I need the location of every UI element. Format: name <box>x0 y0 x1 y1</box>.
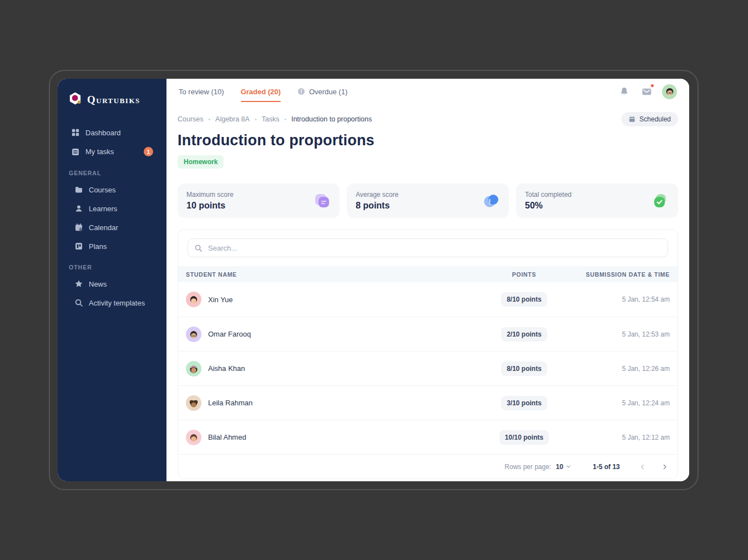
mail-icon <box>641 86 652 97</box>
column-submission-date: Submission date & time <box>573 271 670 278</box>
stat-card-average-score: Average score 8 points <box>347 184 509 218</box>
sidebar-item-calendar[interactable]: Calendar <box>68 218 156 236</box>
table-row[interactable]: Aisha Khan 8/10 points 5 Jan, 12:26 am <box>178 351 678 385</box>
student-avatar <box>186 430 201 445</box>
search-icon <box>74 298 83 307</box>
sidebar-item-label: Learners <box>89 205 117 213</box>
previous-page-button[interactable] <box>639 463 646 471</box>
topbar: To review (10) Graded (20) Overdue (1) <box>166 79 689 104</box>
table-row[interactable]: Bilal Ahmed 10/10 points 5 Jan, 12:12 am <box>178 420 678 454</box>
breadcrumb: Courses • Algebra 8A • Tasks • Introduct… <box>178 115 372 123</box>
rows-per-page-select[interactable]: 10 <box>555 463 572 471</box>
my-tasks-badge: 1 <box>144 147 153 156</box>
search-bar <box>178 230 678 266</box>
rows-per-page-value: 10 <box>555 463 563 471</box>
sidebar-item-my-tasks[interactable]: My tasks 1 <box>68 142 156 161</box>
breadcrumb-row: Courses • Algebra 8A • Tasks • Introduct… <box>178 112 678 126</box>
column-student-name: Student name <box>186 271 476 278</box>
sidebar-item-news[interactable]: News <box>68 275 156 293</box>
tab-to-review[interactable]: To review (10) <box>179 79 224 104</box>
breadcrumb-separator: • <box>284 116 286 123</box>
homework-tag: Homework <box>178 155 224 169</box>
stat-card-maximum-score: Maximum score 10 points <box>178 184 340 218</box>
tab-label: Overdue (1) <box>309 88 347 96</box>
table-row[interactable]: Xin Yue 8/10 points 5 Jan, 12:54 am <box>178 282 678 317</box>
calendar-icon <box>629 116 635 123</box>
sidebar-item-label: Courses <box>89 186 115 194</box>
table-header: Student name Points Submission date & ti… <box>178 266 678 282</box>
student-name: Bilal Ahmed <box>208 433 246 441</box>
sidebar-section-other: Other <box>69 264 156 271</box>
sidebar-item-activity-templates[interactable]: Activity templates <box>68 294 156 312</box>
pager <box>639 463 669 471</box>
student-avatar <box>186 395 201 411</box>
points-badge: 2/10 points <box>501 327 547 342</box>
search-input[interactable] <box>188 238 668 257</box>
chevron-down-icon <box>565 464 572 470</box>
submission-date: 5 Jan, 12:54 am <box>622 296 670 303</box>
main-area: To review (10) Graded (20) Overdue (1) <box>166 79 689 481</box>
sidebar-item-label: Dashboard <box>85 129 121 137</box>
sidebar-item-label: My tasks <box>85 147 114 156</box>
tab-label: To review (10) <box>179 88 224 96</box>
sidebar-section-general: General <box>69 170 156 176</box>
pagination-range: 1-5 of 13 <box>593 463 620 471</box>
sidebar-item-label: Plans <box>89 242 107 251</box>
points-badge: 3/10 points <box>501 396 547 410</box>
app-window: Qurtubiks Dashboard My tasks 1 General <box>58 79 689 481</box>
dashboard-icon <box>71 128 80 137</box>
check-badge-icon <box>651 192 669 210</box>
table-row[interactable]: Omar Farooq 2/10 points 5 Jan, 12:53 am <box>178 317 678 351</box>
folder-icon <box>74 185 83 194</box>
user-avatar[interactable] <box>662 84 677 99</box>
tab-label: Graded (20) <box>241 88 281 96</box>
notifications-button[interactable] <box>618 85 631 98</box>
stat-value: 8 points <box>356 201 398 211</box>
stat-value: 50% <box>525 201 572 211</box>
logo-icon <box>68 91 83 108</box>
stat-value: 10 points <box>186 201 234 211</box>
stat-label: Maximum score <box>186 191 234 198</box>
kanban-icon <box>74 242 83 251</box>
breadcrumb-separator: • <box>209 116 211 123</box>
breadcrumb-tasks[interactable]: Tasks <box>261 115 279 123</box>
column-points: Points <box>476 271 573 278</box>
document-icon <box>313 192 331 210</box>
submission-date: 5 Jan, 12:24 am <box>622 399 670 407</box>
info-circle-icon <box>482 192 500 210</box>
next-page-button[interactable] <box>661 463 669 471</box>
stats-row: Maximum score 10 points Average score <box>178 184 678 218</box>
logo[interactable]: Qurtubiks <box>68 91 156 108</box>
points-badge: 8/10 points <box>501 292 547 307</box>
student-name: Leila Rahman <box>208 399 252 407</box>
breadcrumb-current: Introduction to proportions <box>291 115 372 123</box>
sidebar-item-learners[interactable]: Learners <box>68 200 156 217</box>
page-content: Courses • Algebra 8A • Tasks • Introduct… <box>166 104 689 481</box>
stat-label: Average score <box>356 191 398 198</box>
messages-button[interactable] <box>640 85 653 98</box>
search-icon <box>194 244 203 252</box>
table-row[interactable]: Leila Rahman 3/10 points 5 Jan, 12:24 am <box>178 385 678 420</box>
sidebar-item-plans[interactable]: Plans <box>68 237 156 255</box>
tab-bar: To review (10) Graded (20) Overdue (1) <box>179 79 347 104</box>
sidebar-item-label: News <box>89 280 107 288</box>
stat-label: Total completed <box>525 191 572 198</box>
tab-overdue[interactable]: Overdue (1) <box>297 79 347 104</box>
submission-date: 5 Jan, 12:12 am <box>622 434 670 441</box>
bell-icon <box>619 86 629 96</box>
sidebar-item-dashboard[interactable]: Dashboard <box>68 124 156 141</box>
submission-date: 5 Jan, 12:53 am <box>622 330 670 338</box>
student-name: Xin Yue <box>208 296 233 304</box>
page-title: Introduction to proportions <box>178 132 678 149</box>
breadcrumb-separator: • <box>255 116 257 123</box>
tab-graded[interactable]: Graded (20) <box>241 79 281 104</box>
breadcrumb-courses[interactable]: Courses <box>178 115 204 123</box>
points-badge: 10/10 points <box>499 430 549 445</box>
status-badge: Scheduled <box>621 112 678 126</box>
sidebar-item-courses[interactable]: Courses <box>68 181 156 198</box>
student-avatar <box>186 292 201 307</box>
calendar-clock-icon <box>74 223 83 232</box>
tasks-icon <box>71 147 80 156</box>
breadcrumb-algebra-8a[interactable]: Algebra 8A <box>215 115 250 123</box>
submission-date: 5 Jan, 12:26 am <box>622 365 670 373</box>
